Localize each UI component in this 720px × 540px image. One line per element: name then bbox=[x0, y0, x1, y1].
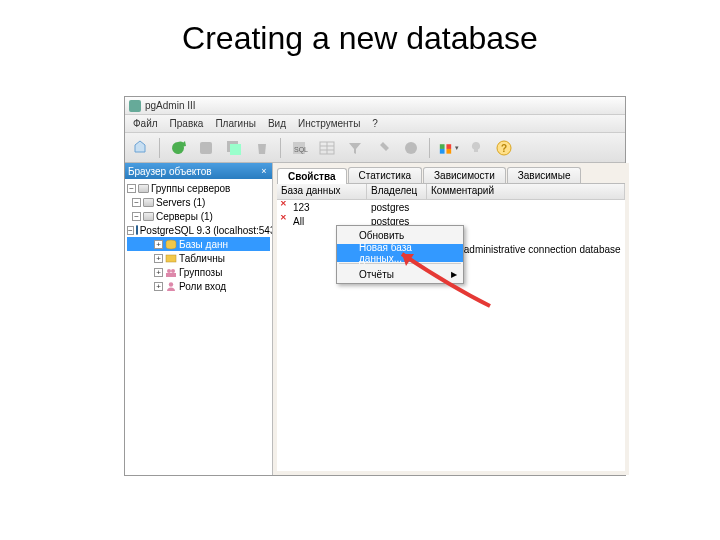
tablespace-icon bbox=[165, 253, 177, 264]
svg-rect-0 bbox=[200, 142, 212, 154]
svg-rect-12 bbox=[440, 148, 445, 153]
tab-properties[interactable]: Свойства bbox=[277, 168, 347, 184]
table-row[interactable]: 123 postgres bbox=[277, 200, 625, 214]
pgadmin-window: pgAdmin III Файл Правка Плагины Вид Инст… bbox=[124, 96, 626, 476]
tb-filter-icon[interactable] bbox=[343, 136, 367, 160]
collapse-icon[interactable]: − bbox=[132, 198, 141, 207]
svg-text:?: ? bbox=[501, 143, 507, 154]
svg-point-19 bbox=[171, 269, 175, 273]
cell-name: 123 bbox=[293, 202, 310, 213]
db-disconnected-icon bbox=[281, 215, 291, 225]
context-menu: Обновить Новая база данных... Отчёты ▶ bbox=[336, 225, 464, 284]
tb-delete-icon[interactable] bbox=[250, 136, 274, 160]
server-icon bbox=[143, 212, 154, 221]
expand-icon[interactable]: + bbox=[154, 240, 163, 249]
server-group-icon bbox=[138, 184, 149, 193]
tb-help-icon[interactable]: ? bbox=[492, 136, 516, 160]
cell-owner: postgres bbox=[367, 202, 427, 213]
tree-login-roles[interactable]: + Роли вход bbox=[127, 279, 270, 293]
tree-label: Servers (1) bbox=[156, 197, 205, 208]
server-icon bbox=[143, 198, 154, 207]
tb-maintain-icon[interactable] bbox=[371, 136, 395, 160]
app-icon bbox=[129, 100, 141, 112]
tb-new-icon[interactable] bbox=[222, 136, 246, 160]
tb-execute-icon[interactable] bbox=[399, 136, 423, 160]
tab-dependencies[interactable]: Зависимости bbox=[423, 167, 506, 183]
tb-sql-icon[interactable]: SQL bbox=[287, 136, 311, 160]
tb-plugin-icon[interactable]: ▾ bbox=[436, 136, 460, 160]
svg-point-18 bbox=[167, 269, 171, 273]
svg-point-9 bbox=[405, 142, 417, 154]
tab-bar: Свойства Статистика Зависимости Зависимы… bbox=[273, 163, 629, 183]
tree-label: Серверы (1) bbox=[156, 211, 213, 222]
tree-databases[interactable]: + Базы данн bbox=[127, 237, 270, 251]
cell-name: All bbox=[293, 216, 304, 227]
col-comment[interactable]: Комментарий bbox=[427, 184, 625, 199]
tb-hint-icon[interactable] bbox=[464, 136, 488, 160]
close-icon[interactable]: × bbox=[259, 166, 269, 176]
databases-icon bbox=[165, 239, 177, 250]
collapse-icon[interactable]: − bbox=[127, 226, 134, 235]
collapse-icon[interactable]: − bbox=[132, 212, 141, 221]
tb-refresh-icon[interactable] bbox=[166, 136, 190, 160]
tree-servers-2[interactable]: − Серверы (1) bbox=[127, 209, 270, 223]
group-roles-icon bbox=[165, 267, 177, 278]
expand-icon[interactable]: + bbox=[154, 282, 163, 291]
titlebar: pgAdmin III bbox=[125, 97, 625, 115]
tb-props-icon[interactable] bbox=[194, 136, 218, 160]
slide-title: Creating a new database bbox=[0, 0, 720, 69]
tree-label: Роли вход bbox=[179, 281, 226, 292]
svg-rect-13 bbox=[446, 148, 451, 153]
menu-view[interactable]: Вид bbox=[262, 118, 292, 129]
svg-text:SQL: SQL bbox=[294, 146, 308, 154]
tree-label: Базы данн bbox=[179, 239, 228, 250]
tree-servers[interactable]: − Servers (1) bbox=[127, 195, 270, 209]
window-title: pgAdmin III bbox=[145, 100, 196, 111]
tab-dependents[interactable]: Зависимые bbox=[507, 167, 582, 183]
tree-label: Группы серверов bbox=[151, 183, 230, 194]
expand-icon[interactable]: + bbox=[154, 254, 163, 263]
menu-tools[interactable]: Инструменты bbox=[292, 118, 366, 129]
col-database[interactable]: База данных bbox=[277, 184, 367, 199]
tree-label: Группозы bbox=[179, 267, 222, 278]
tb-table-icon[interactable] bbox=[315, 136, 339, 160]
tree-label: PostgreSQL 9.3 (localhost:5433) bbox=[140, 225, 272, 236]
menu-plugins[interactable]: Плагины bbox=[209, 118, 262, 129]
svg-rect-10 bbox=[440, 144, 445, 149]
svg-rect-11 bbox=[446, 144, 451, 149]
object-browser-panel: Браузер объектов × − Группы серверов − S… bbox=[125, 163, 273, 475]
tab-statistics[interactable]: Статистика bbox=[348, 167, 423, 183]
tree-label: Табличны bbox=[179, 253, 225, 264]
login-roles-icon bbox=[165, 281, 177, 292]
menubar: Файл Правка Плагины Вид Инструменты ? bbox=[125, 115, 625, 133]
submenu-arrow-icon: ▶ bbox=[451, 270, 457, 279]
menu-file[interactable]: Файл bbox=[127, 118, 164, 129]
tree-tablespaces[interactable]: + Табличны bbox=[127, 251, 270, 265]
tree-pg-instance[interactable]: − PostgreSQL 9.3 (localhost:5433) bbox=[127, 223, 270, 237]
svg-rect-20 bbox=[166, 273, 176, 277]
svg-point-21 bbox=[169, 282, 173, 286]
toolbar: SQL ▾ ? bbox=[125, 133, 625, 163]
menu-edit[interactable]: Правка bbox=[164, 118, 210, 129]
cm-new-database[interactable]: Новая база данных... bbox=[337, 244, 463, 262]
grid-header: База данных Владелец Комментарий bbox=[277, 184, 625, 200]
tree-group-roles[interactable]: + Группозы bbox=[127, 265, 270, 279]
tb-connect-icon[interactable] bbox=[129, 136, 153, 160]
object-browser-title: Браузер объектов bbox=[128, 166, 212, 177]
expand-icon[interactable]: + bbox=[154, 268, 163, 277]
postgres-icon bbox=[136, 225, 138, 235]
svg-rect-2 bbox=[230, 144, 241, 155]
svg-rect-17 bbox=[166, 255, 176, 262]
collapse-icon[interactable]: − bbox=[127, 184, 136, 193]
cm-reports[interactable]: Отчёты ▶ bbox=[337, 265, 463, 283]
object-browser-header: Браузер объектов × bbox=[125, 163, 272, 179]
main-pane: Свойства Статистика Зависимости Зависимы… bbox=[273, 163, 629, 475]
cm-reports-label: Отчёты bbox=[359, 269, 394, 280]
col-owner[interactable]: Владелец bbox=[367, 184, 427, 199]
db-disconnected-icon bbox=[281, 201, 291, 211]
menu-help[interactable]: ? bbox=[366, 118, 384, 129]
tree-server-groups[interactable]: − Группы серверов bbox=[127, 181, 270, 195]
object-tree[interactable]: − Группы серверов − Servers (1) − Сервер… bbox=[125, 179, 272, 475]
